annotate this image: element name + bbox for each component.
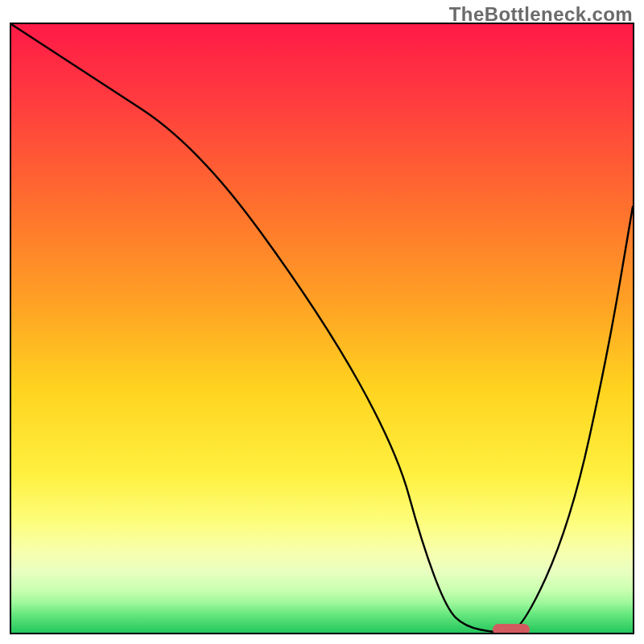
plot-frame bbox=[10, 23, 634, 634]
optimum-marker bbox=[493, 624, 530, 634]
chart-canvas: TheBottleneck.com bbox=[0, 0, 644, 644]
spectral-background bbox=[11, 24, 633, 633]
watermark: TheBottleneck.com bbox=[449, 3, 633, 26]
